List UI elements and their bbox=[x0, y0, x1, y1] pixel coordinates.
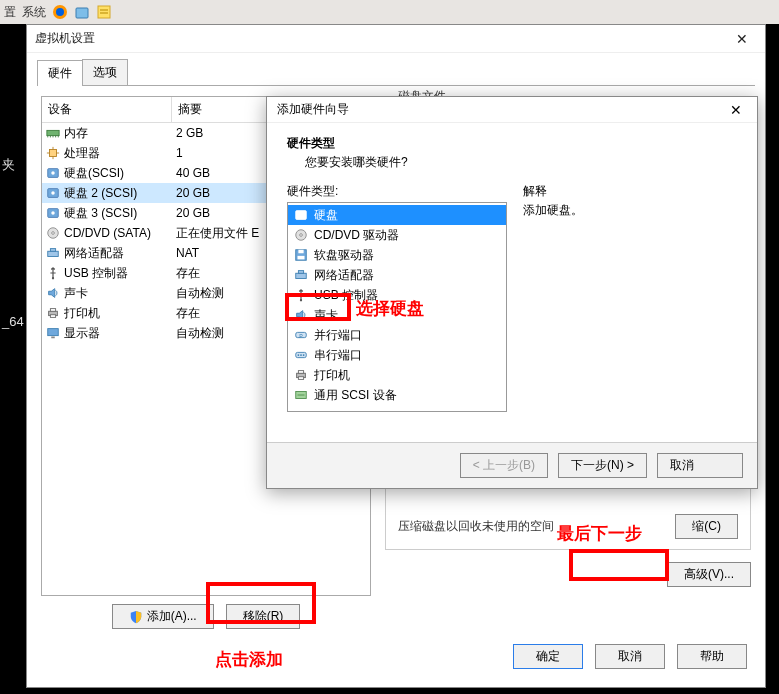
printer-icon bbox=[294, 368, 308, 382]
wizard-title: 添加硬件向导 bbox=[277, 101, 349, 118]
hw-type-label: USB 控制器 bbox=[314, 287, 378, 304]
tab-options[interactable]: 选项 bbox=[82, 59, 128, 85]
remove-button[interactable]: 移除(R) bbox=[226, 604, 301, 629]
side-label-2: _64 bbox=[2, 314, 24, 329]
usb-icon bbox=[294, 288, 308, 302]
hw-type-list[interactable]: 硬盘CD/DVD 驱动器软盘驱动器网络适配器USB 控制器声卡P并行端口串行端口… bbox=[287, 202, 507, 412]
hw-type-label: 网络适配器 bbox=[314, 267, 374, 284]
add-button-label: 添加(A)... bbox=[147, 608, 197, 625]
wizard-titlebar: 添加硬件向导 ✕ bbox=[267, 97, 757, 123]
tab-strip: 硬件 选项 bbox=[37, 59, 755, 86]
hw-type-item[interactable]: 串行端口 bbox=[288, 345, 506, 365]
disk-icon bbox=[294, 208, 308, 222]
hw-type-item[interactable]: P并行端口 bbox=[288, 325, 506, 345]
add-button[interactable]: 添加(A)... bbox=[112, 604, 214, 629]
cancel-button[interactable]: 取消 bbox=[595, 644, 665, 669]
wizard-close-icon[interactable]: ✕ bbox=[721, 102, 751, 118]
svg-rect-20 bbox=[48, 329, 59, 336]
disk-icon bbox=[46, 186, 60, 200]
nautilus-icon[interactable] bbox=[74, 4, 90, 20]
wizard-footer: < 上一步(B) 下一步(N) > 取消 bbox=[267, 442, 757, 488]
note-icon[interactable] bbox=[96, 4, 112, 20]
net-icon bbox=[46, 246, 60, 260]
hw-type-label: 声卡 bbox=[314, 307, 338, 324]
close-icon[interactable]: ✕ bbox=[727, 31, 757, 47]
advanced-button[interactable]: 高级(V)... bbox=[667, 562, 751, 587]
hw-type-item[interactable]: 软盘驱动器 bbox=[288, 245, 506, 265]
ok-button[interactable]: 确定 bbox=[513, 644, 583, 669]
cd-icon bbox=[46, 226, 60, 240]
cpu-icon bbox=[46, 146, 60, 160]
svg-point-36 bbox=[300, 354, 302, 356]
hw-type-item[interactable]: 打印机 bbox=[288, 365, 506, 385]
tab-hardware[interactable]: 硬件 bbox=[37, 60, 83, 86]
svg-rect-2 bbox=[76, 8, 88, 18]
svg-point-13 bbox=[52, 232, 55, 235]
svg-rect-30 bbox=[298, 271, 303, 274]
device-name: 硬盘(SCSI) bbox=[64, 165, 124, 182]
svg-rect-29 bbox=[296, 273, 307, 278]
wizard-heading: 硬件类型 bbox=[287, 135, 737, 152]
sound-icon bbox=[294, 308, 308, 322]
hw-type-label: 软盘驱动器 bbox=[314, 247, 374, 264]
hw-type-item[interactable]: CD/DVD 驱动器 bbox=[288, 225, 506, 245]
help-button[interactable]: 帮助 bbox=[677, 644, 747, 669]
svg-text:P: P bbox=[299, 333, 303, 339]
wizard-cancel-button[interactable]: 取消 bbox=[657, 453, 743, 478]
net-icon bbox=[294, 268, 308, 282]
compress-desc: 压缩磁盘以回收未使用的空间 bbox=[398, 518, 554, 535]
explain-label: 解释 bbox=[523, 183, 737, 200]
hw-type-item[interactable]: USB 控制器 bbox=[288, 285, 506, 305]
svg-point-7 bbox=[51, 171, 55, 175]
svg-point-37 bbox=[303, 354, 305, 356]
svg-point-25 bbox=[300, 234, 303, 237]
device-name: USB 控制器 bbox=[64, 265, 128, 282]
add-hardware-wizard: 添加硬件向导 ✕ 硬件类型 您要安装哪类硬件? 硬件类型: 硬盘CD/DVD 驱… bbox=[266, 96, 758, 489]
floppy-icon bbox=[294, 248, 308, 262]
window-title: 虚拟机设置 bbox=[35, 30, 95, 47]
device-name: 硬盘 3 (SCSI) bbox=[64, 205, 137, 222]
device-name: 显示器 bbox=[64, 325, 100, 342]
device-name: CD/DVD (SATA) bbox=[64, 226, 151, 240]
disk-icon bbox=[46, 166, 60, 180]
firefox-icon[interactable] bbox=[52, 4, 68, 20]
svg-point-11 bbox=[51, 211, 55, 215]
desktop-side-labels: 夹 _64 bbox=[0, 150, 26, 335]
explain-text: 添加硬盘。 bbox=[523, 202, 737, 219]
svg-point-35 bbox=[298, 354, 300, 356]
compress-button[interactable]: 缩(C) bbox=[675, 514, 738, 539]
device-name: 打印机 bbox=[64, 305, 100, 322]
hw-type-item[interactable]: 通用 SCSI 设备 bbox=[288, 385, 506, 405]
desktop-menubar: 置 系统 bbox=[0, 0, 779, 24]
svg-rect-19 bbox=[50, 315, 55, 318]
hw-type-item[interactable]: 硬盘 bbox=[288, 205, 506, 225]
next-button[interactable]: 下一步(N) > bbox=[558, 453, 647, 478]
hw-type-item[interactable]: 声卡 bbox=[288, 305, 506, 325]
memory-icon bbox=[46, 126, 60, 140]
hw-type-label: CD/DVD 驱动器 bbox=[314, 227, 399, 244]
sound-icon bbox=[46, 286, 60, 300]
svg-point-16 bbox=[52, 277, 54, 279]
wizard-subheading: 您要安装哪类硬件? bbox=[305, 154, 737, 171]
hw-type-label: 串行端口 bbox=[314, 347, 362, 364]
svg-rect-5 bbox=[50, 150, 57, 157]
svg-rect-21 bbox=[51, 337, 55, 339]
menu-item-2[interactable]: 系统 bbox=[22, 4, 46, 21]
window-titlebar: 虚拟机设置 ✕ bbox=[27, 25, 765, 53]
svg-point-9 bbox=[51, 191, 55, 195]
menu-item-1[interactable]: 置 bbox=[4, 4, 16, 21]
serial-icon bbox=[294, 348, 308, 362]
settings-footer: 确定 取消 帮助 bbox=[27, 636, 765, 677]
scsi-icon bbox=[294, 388, 308, 402]
svg-point-23 bbox=[299, 213, 303, 217]
svg-rect-28 bbox=[298, 256, 305, 260]
hw-type-item[interactable]: 网络适配器 bbox=[288, 265, 506, 285]
hw-type-label: 通用 SCSI 设备 bbox=[314, 387, 397, 404]
svg-rect-14 bbox=[48, 251, 59, 256]
svg-rect-39 bbox=[298, 371, 303, 374]
device-name: 内存 bbox=[64, 125, 88, 142]
svg-rect-15 bbox=[50, 249, 55, 252]
svg-rect-3 bbox=[98, 6, 110, 18]
col-device: 设备 bbox=[42, 97, 172, 122]
hw-type-label: 并行端口 bbox=[314, 327, 362, 344]
